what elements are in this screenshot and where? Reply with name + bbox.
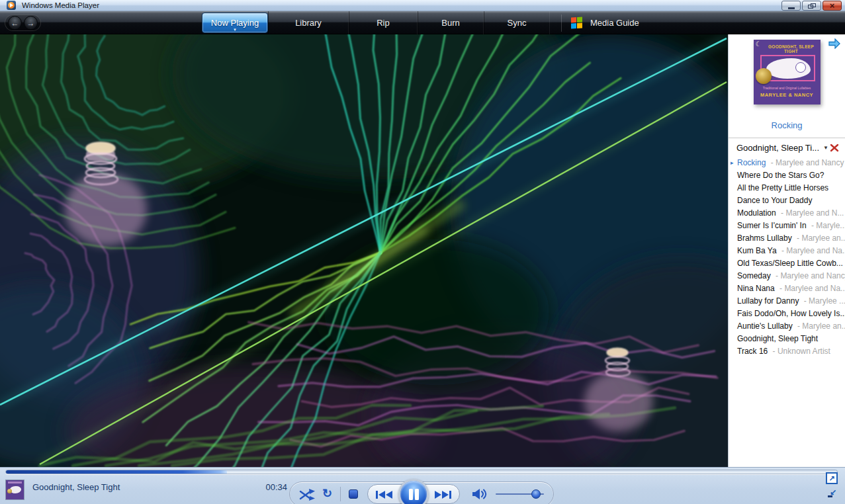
- album-art-artist: MARYLEE & NANCY: [754, 92, 821, 98]
- track-title: All the Pretty Little Horses: [737, 183, 828, 192]
- track-title: Where Do the Stars Go?: [737, 171, 824, 180]
- playlist-item[interactable]: Fais Dodo/Oh, How Lovely Is...: [729, 308, 845, 320]
- moon-icon: ☾: [756, 40, 762, 48]
- playlist-item[interactable]: All the Pretty Little Horses: [729, 182, 845, 194]
- track-title: Lullaby for Danny: [737, 296, 799, 306]
- playlist-item[interactable]: Old Texas/Sleep Little Cowb...: [729, 257, 845, 270]
- track-artist: - Marylee and Na...: [779, 284, 845, 293]
- restore-button[interactable]: [802, 1, 821, 11]
- track-artist: - Marylee and Nancy: [771, 158, 844, 167]
- elapsed-time: 00:34: [261, 468, 287, 504]
- history-nav: ← →: [5, 15, 41, 31]
- playlist-item[interactable]: Track 16 - Unknown Artist: [729, 345, 845, 358]
- shuffle-button[interactable]: [299, 489, 316, 501]
- title-bar: Windows Media Player ×: [0, 0, 845, 11]
- back-button[interactable]: ←: [8, 16, 22, 30]
- next-button[interactable]: [433, 490, 452, 499]
- track-artist: - Marylee and Na...: [781, 246, 845, 255]
- mute-button[interactable]: [472, 488, 489, 500]
- track-title: Nina Nana: [737, 284, 775, 293]
- playlist-header: Goodnight, Sleep Ti... ▼: [729, 138, 845, 155]
- main-area: ☾ GOODNIGHT, SLEEP TIGHT Traditional and…: [0, 34, 845, 467]
- window-title: Windows Media Player: [22, 1, 99, 9]
- track-title: Old Texas/Sleep Little Cowb...: [737, 259, 843, 268]
- track-artist: - Marylee an...: [797, 233, 845, 243]
- tab-strip: Now Playing ▼ Library Rip Burn Sync: [202, 11, 550, 34]
- playlist: ▸ Rocking - Marylee and Nancy Where Do t…: [729, 157, 845, 358]
- playlist-item[interactable]: Someday - Marylee and Nancy: [729, 270, 845, 282]
- tab-library[interactable]: Library: [268, 11, 349, 34]
- album-art: ☾ GOODNIGHT, SLEEP TIGHT Traditional and…: [754, 40, 821, 105]
- now-playing-list-pane: ☾ GOODNIGHT, SLEEP TIGHT Traditional and…: [728, 34, 845, 467]
- album-art-subtitle: Traditional and Original Lullabies: [754, 86, 821, 90]
- playlist-item[interactable]: Dance to Your Daddy: [729, 194, 845, 207]
- windows-logo-icon: [571, 17, 582, 28]
- playlist-item[interactable]: Auntie's Lullaby - Marylee an...: [729, 320, 845, 333]
- clear-playlist-icon[interactable]: [830, 144, 839, 152]
- navigation-bar: ← → Now Playing ▼ Library Rip Burn Sync …: [0, 11, 845, 34]
- close-button[interactable]: ×: [823, 1, 842, 11]
- track-title: Someday: [737, 271, 771, 280]
- compact-mode-button[interactable]: ↙: [828, 487, 838, 497]
- track-title: Track 16: [737, 347, 768, 356]
- playlist-item[interactable]: Lullaby for Danny - Marylee ...: [729, 295, 845, 308]
- minimize-button[interactable]: [781, 1, 801, 11]
- now-playing-visualization[interactable]: [0, 34, 728, 467]
- forward-button[interactable]: →: [24, 16, 38, 30]
- track-title: Modulation: [737, 208, 776, 218]
- track-title: Goodnight, Sleep Tight: [737, 334, 818, 343]
- track-title: Rocking: [737, 158, 766, 167]
- seek-bar[interactable]: [5, 470, 838, 474]
- award-seal: [756, 68, 772, 84]
- track-title: Fais Dodo/Oh, How Lovely Is...: [737, 309, 845, 318]
- current-item-caption: Rocking: [729, 120, 845, 130]
- track-title: Dance to Your Daddy: [737, 196, 812, 205]
- tab-now-playing[interactable]: Now Playing ▼: [202, 13, 268, 33]
- playlist-item[interactable]: Modulation - Marylee and N...: [729, 207, 845, 220]
- tab-burn[interactable]: Burn: [418, 11, 484, 34]
- sleeping-baby-drawing: [766, 58, 811, 79]
- tab-rip[interactable]: Rip: [349, 11, 418, 34]
- now-playing-thumbnail: [5, 480, 24, 500]
- pause-button[interactable]: [398, 479, 429, 504]
- track-title: Brahms Lullaby: [737, 233, 792, 243]
- track-artist: - Marylee an...: [797, 321, 845, 331]
- prev-next-group: [367, 484, 460, 504]
- now-playing-track-title: Goodnight, Sleep Tight: [32, 468, 120, 504]
- media-guide-button[interactable]: Media Guide: [561, 11, 639, 34]
- fullscreen-button[interactable]: ↗: [826, 472, 838, 484]
- visualization-canvas: [0, 34, 728, 467]
- playlist-name[interactable]: Goodnight, Sleep Ti...: [736, 143, 819, 153]
- playlist-item[interactable]: Where Do the Stars Go?: [729, 169, 845, 182]
- album-art-title: GOODNIGHT, SLEEP TIGHT: [764, 44, 819, 54]
- volume-knob[interactable]: [531, 489, 541, 499]
- track-artist: - Marylee and Nancy: [776, 271, 845, 280]
- wmp-window: Windows Media Player × ← → Now Playing ▼…: [0, 0, 845, 504]
- playlist-item[interactable]: Goodnight, Sleep Tight: [729, 333, 845, 345]
- controls-separator: [340, 487, 341, 501]
- playlist-item[interactable]: Brahms Lullaby - Marylee an...: [729, 232, 845, 245]
- tab-sync[interactable]: Sync: [484, 11, 550, 34]
- track-artist: - Marylee ...: [804, 296, 845, 306]
- stop-button[interactable]: [349, 489, 358, 499]
- track-title: Auntie's Lullaby: [737, 321, 793, 331]
- playlist-item[interactable]: Kum Ba Ya - Marylee and Na...: [729, 245, 845, 257]
- volume-slider[interactable]: [496, 489, 544, 499]
- playlist-item[interactable]: ▸ Rocking - Marylee and Nancy: [729, 157, 845, 169]
- wmp-app-icon: [7, 1, 16, 10]
- close-icon: ×: [823, 1, 841, 11]
- playlist-dropdown-icon[interactable]: ▼: [823, 145, 828, 151]
- minimize-icon: [788, 7, 795, 9]
- track-artist: - Unknown Artist: [773, 347, 830, 356]
- window-controls: ×: [781, 1, 842, 11]
- now-playing-options-caret[interactable]: ▼: [202, 28, 267, 32]
- forward-arrow-icon[interactable]: [828, 38, 840, 49]
- playlist-item[interactable]: Nina Nana - Marylee and Na...: [729, 282, 845, 295]
- track-artist: - Maryle...: [811, 221, 845, 230]
- repeat-button[interactable]: ↻: [322, 487, 332, 499]
- playback-bar: Goodnight, Sleep Tight 00:34 ↻: [0, 467, 845, 504]
- playlist-item[interactable]: Sumer Is I'cumin' In - Maryle...: [729, 220, 845, 232]
- track-artist: - Marylee and N...: [781, 208, 844, 218]
- track-title: Kum Ba Ya: [737, 246, 777, 255]
- previous-button[interactable]: [375, 490, 394, 499]
